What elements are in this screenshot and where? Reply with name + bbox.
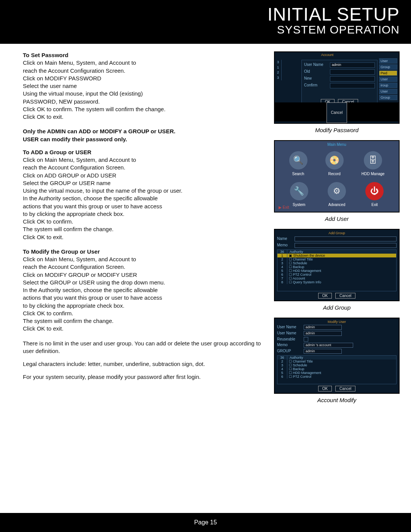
text-line: The system will confirm the change.	[23, 225, 263, 233]
hdd-icon: 🗄	[364, 151, 382, 169]
label-new: New	[304, 76, 327, 81]
text-line: to by clicking the appropriate check box…	[23, 210, 263, 218]
field-username-select[interactable]: admin	[304, 325, 342, 330]
menu-item-record[interactable]: 📀Record	[325, 151, 344, 176]
window-title: Account	[275, 53, 380, 57]
caption-modify-password: Modify Password	[274, 127, 400, 133]
ok-button[interactable]: OK	[318, 386, 332, 391]
authority-row[interactable]: 8☐ Query System Info	[277, 280, 396, 284]
ok-button[interactable]: OK	[318, 293, 332, 299]
side-item[interactable]: iroup	[379, 83, 397, 88]
paragraph-security: For your system security, please modify …	[23, 373, 263, 381]
label-username: User Name	[304, 62, 327, 68]
menu-item-exit[interactable]: ⏻Exit	[365, 182, 384, 207]
screenshot-main-menu: Main Menu 🔍Search 📀Record 🗄HDD Manage 🔧S…	[274, 140, 400, 212]
search-icon: 🔍	[289, 151, 307, 169]
text-line: actions that you want this group or user…	[23, 203, 263, 210]
heading-set-password: To Set Password	[23, 51, 263, 59]
authority-row[interactable]: 4☐ Backup	[277, 265, 396, 269]
text-line: Select the GROUP or USER name	[23, 179, 263, 187]
side-item[interactable]: User	[379, 89, 397, 94]
text-line: The system will confirm the change.	[23, 317, 263, 325]
field-username[interactable]: admin	[330, 62, 375, 68]
note-admin: Only the ADMIN can ADD or MODIFY a GROUP…	[23, 128, 263, 135]
label-memo: Memo	[277, 243, 292, 248]
text-line: Click OK to exit.	[23, 113, 263, 121]
cancel-button[interactable]: Cancel	[335, 293, 355, 299]
window-title: Add Group	[277, 231, 397, 235]
exit-icon: ⏻	[365, 182, 384, 200]
text-line: In the Authority section, choose the spe…	[23, 286, 263, 294]
heading-add-group-user: To ADD a Group or USER	[23, 149, 263, 156]
authority-row[interactable]: 6☐ PTZ Control	[277, 273, 396, 276]
exit-link[interactable]: ▶ Exit	[279, 205, 289, 209]
authority-row[interactable]: 5☐ HDD Management	[277, 269, 396, 273]
text-line: PASSWORD, NEW password.	[23, 98, 263, 105]
authority-row[interactable]: 3☐ Schedule	[277, 261, 396, 265]
label-reusable: Reuseable	[277, 337, 301, 342]
text-line: Select the user name	[23, 82, 263, 90]
field-old-password[interactable]	[330, 69, 375, 75]
screenshot-account-modify: Modify User User Nameadmin User Nameadmi…	[274, 318, 400, 394]
text-line: Click OK to confirm.	[23, 310, 263, 317]
text-line: Click OK to confirm. The system will con…	[23, 105, 263, 113]
page-title: INITIAL SETUP	[0, 4, 400, 25]
cancel-button-outer[interactable]: Cancel	[327, 102, 347, 123]
paragraph-legal-chars: Legal characters include: letter, number…	[23, 360, 263, 368]
note-user: USER can modify their password only.	[23, 136, 263, 143]
menu-item-system[interactable]: 🔧System	[290, 182, 308, 207]
side-item[interactable]: User	[379, 58, 397, 64]
text-line: Click OK to exit.	[23, 233, 263, 241]
authority-row[interactable]: 7☐ Account	[277, 276, 396, 280]
screenshot-add-group: Add Group Name Memo 36Authority 1▣ Shutd…	[274, 229, 400, 301]
authority-list: 36Authority 1▣ Shutdown the device 2☐ Ch…	[277, 249, 397, 291]
menu-item-hdd[interactable]: 🗄HDD Manage	[362, 151, 385, 176]
label-old: Old	[304, 69, 327, 75]
row-numbers: 3 1 2 3	[277, 60, 282, 80]
advanced-icon: ⚙	[328, 182, 346, 200]
text-line: reach the Account Configuration Screen.	[23, 67, 263, 75]
authority-row[interactable]: 3☐ Schedule	[277, 363, 396, 367]
label-group: GROUP	[277, 349, 301, 354]
checkbox-reusable[interactable]	[304, 337, 308, 342]
text-line: Click OK to exit.	[23, 325, 263, 332]
authority-list: 36Authority 2☐ Channel Title 3☐ Schedule…	[277, 355, 397, 384]
count: 36	[277, 250, 287, 254]
field-username[interactable]: admin	[304, 331, 342, 336]
instruction-column: To Set Password Click on Main Menu, Syst…	[23, 51, 263, 407]
field-new-password[interactable]	[330, 76, 375, 81]
field-memo[interactable]	[295, 243, 397, 248]
side-button-column: User Group Pwd User iroup User Group	[379, 58, 397, 100]
page-subtitle: SYSTEM OPERATION	[0, 23, 400, 36]
side-item-highlighted[interactable]: Pwd	[379, 70, 397, 76]
authority-row[interactable]: 2☐ Channel Title	[277, 359, 396, 363]
field-confirm-password[interactable]	[330, 83, 375, 88]
authority-row-highlighted[interactable]: 1▣ Shutdown the device	[277, 254, 396, 257]
field-group-select[interactable]: admin	[304, 349, 342, 354]
text-line: Click OK to confirm.	[23, 218, 263, 225]
label-memo: Memo	[277, 343, 301, 348]
text-line: Select the GROUP or USER using the drop …	[23, 279, 263, 286]
side-item[interactable]: User	[379, 77, 397, 82]
side-item[interactable]: Group	[379, 64, 397, 70]
password-dialog: User Nameadmin Old New Confirm OK Cancel	[301, 60, 378, 107]
authority-row[interactable]: 6☐ PTZ Control	[277, 375, 396, 379]
side-item[interactable]: Group	[379, 95, 397, 100]
caption-account-modify: Account Modify	[274, 397, 400, 403]
menu-item-advanced[interactable]: ⚙Advanced	[328, 182, 346, 207]
authority-row[interactable]: 5☐ HDD Management	[277, 371, 396, 375]
menu-item-search[interactable]: 🔍Search	[289, 151, 307, 176]
text-line: reach the Account Configuration Screen.	[23, 164, 263, 171]
text-line: reach the Account Configuration Screen.	[23, 263, 263, 271]
authority-header: Authority	[287, 250, 396, 254]
caption-add-user: Add User	[274, 216, 400, 222]
field-name[interactable]	[295, 236, 397, 241]
field-memo[interactable]: admin 's account	[304, 343, 353, 348]
cancel-button[interactable]: Cancel	[335, 386, 355, 391]
screenshot-modify-password: Account 3 1 2 3 User Nameadmin Old New C…	[274, 51, 400, 124]
window-title: Modify User	[277, 320, 397, 324]
authority-row[interactable]: 2☐ Channel Title	[277, 257, 396, 261]
text-line: Click on Main Menu, System, and Account …	[23, 59, 263, 67]
page-header: INITIAL SETUP SYSTEM OPERATION	[0, 0, 411, 44]
authority-row[interactable]: 4☐ Backup	[277, 367, 396, 371]
